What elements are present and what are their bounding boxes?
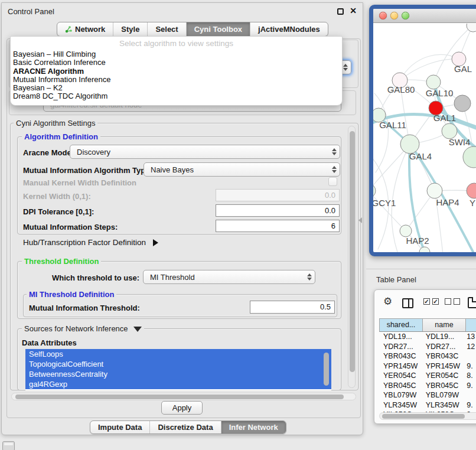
- network-node-label: GCY1: [373, 198, 396, 208]
- dpi-tolerance-value: 0.0: [325, 206, 335, 215]
- table-cell: YER054C: [379, 371, 422, 381]
- network-node[interactable]: [373, 184, 376, 198]
- expanded-arrow-icon: [133, 327, 142, 332]
- table-settings-gear-icon[interactable]: ⚙: [383, 296, 392, 306]
- clear-checks-icon[interactable]: [445, 298, 460, 305]
- which-threshold-combobox[interactable]: MI Threshold: [143, 270, 315, 284]
- table-cell: YPR145W: [379, 361, 422, 371]
- network-node[interactable]: [463, 146, 476, 168]
- network-node-label: GAL10: [426, 88, 454, 98]
- algorithm-definition-title: Algorithm Definition: [22, 132, 100, 141]
- minimized-panel-icon[interactable]: [2, 441, 15, 450]
- tab-cyni-toolbox[interactable]: Cyni Toolbox: [186, 22, 250, 36]
- mi-threshold-label: Mutual Information Threshold:: [29, 304, 140, 312]
- table-cell: YDL19...: [379, 332, 422, 342]
- tab-network[interactable]: Network: [57, 22, 113, 36]
- table-horizontal-scrollbar[interactable]: [379, 412, 476, 420]
- dpi-tolerance-field[interactable]: 0.0: [216, 204, 340, 217]
- settings-horizontal-scrollbar[interactable]: [11, 393, 356, 400]
- which-threshold-label: Which threshold to use:: [52, 273, 139, 282]
- network-node[interactable]: [467, 183, 476, 198]
- table-row[interactable]: YBL079WYBL079W: [379, 390, 476, 400]
- zoom-traffic-light-icon[interactable]: [402, 12, 409, 19]
- algorithm-option[interactable]: Dream8 DC_TDC Algorithm: [11, 92, 342, 100]
- column-header[interactable]: A: [465, 319, 476, 331]
- table-row[interactable]: YDL19...YDL19...13: [379, 332, 476, 342]
- table-row[interactable]: YLR345WYLR345W9.: [379, 400, 476, 410]
- manual-kernel-checkbox[interactable]: [328, 177, 337, 186]
- mi-steps-label: Mutual Information Steps:: [23, 223, 118, 231]
- tab-jactivemnodules[interactable]: jActiveMNodules: [250, 22, 328, 36]
- select-all-checks-icon[interactable]: ✓✓: [423, 298, 439, 305]
- algorithm-option[interactable]: Basic Correlation Inference: [11, 58, 342, 67]
- algorithm-option[interactable]: Mutual Information Inference: [11, 76, 342, 84]
- close-panel-icon[interactable]: ✕: [350, 6, 357, 15]
- kernel-width-field[interactable]: 0.0: [216, 189, 340, 201]
- table-cell: 9.: [464, 361, 476, 371]
- attribute-option[interactable]: SelfLoops: [25, 349, 331, 359]
- mi-type-value: Naive Bayes: [151, 165, 194, 174]
- sources-group-toggle[interactable]: Sources for Network Inference: [22, 324, 144, 333]
- attribute-option[interactable]: gal4RGexp: [25, 379, 331, 389]
- apply-button[interactable]: Apply: [161, 401, 203, 415]
- aracne-mode-combobox[interactable]: Discovery: [70, 145, 340, 159]
- kernel-width-label: Kernel Width (0,1):: [23, 192, 91, 201]
- hub-definition-toggle[interactable]: Hub/Transcription Factor Definition: [23, 238, 158, 247]
- bottom-tab-infer-network[interactable]: Infer Network: [221, 421, 286, 433]
- combo-arrows-icon: [332, 163, 337, 176]
- close-traffic-light-icon[interactable]: [379, 12, 387, 19]
- table-row[interactable]: YBR043CYBR043C: [379, 351, 476, 361]
- network-view-window[interactable]: GALGAL80GAL10GAL1GAL11SWI4GAL4GCY1HAP4YH…: [369, 5, 476, 256]
- table-cell: YBR045C: [422, 381, 465, 391]
- column-header[interactable]: name: [422, 319, 465, 331]
- attribute-option[interactable]: BetweennessCentrality: [25, 369, 331, 379]
- bottom-tab-discretize-data[interactable]: Discretize Data: [149, 421, 220, 433]
- attribute-option[interactable]: TopologicalCoefficient: [25, 359, 331, 369]
- network-node[interactable]: [426, 75, 441, 89]
- control-panel-titlebar[interactable]: Control Panel ✕: [2, 3, 363, 19]
- settings-vscroll-thumb[interactable]: [350, 131, 355, 372]
- network-node[interactable]: [400, 225, 412, 237]
- float-window-icon[interactable]: [337, 8, 344, 15]
- table-cell: YLR345W: [422, 400, 465, 410]
- network-icon: [65, 25, 72, 33]
- network-node[interactable]: [467, 24, 476, 32]
- split-columns-icon[interactable]: [402, 298, 413, 308]
- network-node-label: GAL: [454, 64, 472, 74]
- control-panel-title: Control Panel: [8, 7, 54, 16]
- new-document-icon[interactable]: [468, 297, 476, 308]
- tab-label: Network: [75, 25, 105, 34]
- algorithm-option[interactable]: ARACNE Algorithm: [11, 67, 342, 76]
- table-cell: YPR145W: [422, 361, 465, 371]
- tab-style[interactable]: Style: [113, 22, 147, 36]
- network-node[interactable]: [454, 95, 471, 112]
- tab-select[interactable]: Select: [147, 22, 185, 36]
- attribute-list-scroll-thumb[interactable]: [324, 353, 329, 386]
- bottom-tab-impute-data[interactable]: Impute Data: [90, 421, 149, 433]
- mi-steps-field[interactable]: 6: [216, 220, 340, 232]
- network-window-titlebar[interactable]: [373, 9, 476, 23]
- mi-threshold-field[interactable]: 0.5: [250, 301, 335, 314]
- table-row[interactable]: YBR045CYBR045C9.: [379, 381, 476, 391]
- algorithm-option[interactable]: Bayesian – Hill Climbing: [11, 50, 342, 58]
- network-node-label: HAP4: [436, 197, 459, 207]
- minimize-traffic-light-icon[interactable]: [390, 12, 398, 19]
- mi-threshold-group-title: MI Threshold Definition: [27, 290, 116, 299]
- network-node[interactable]: [427, 183, 442, 198]
- panel-splitter-arrow-icon[interactable]: [358, 217, 362, 223]
- table-body: YDL19...YDL19...13YDR27...YDR27...12YBR0…: [379, 332, 476, 420]
- table-hscroll-thumb[interactable]: [382, 414, 465, 419]
- network-canvas[interactable]: GALGAL80GAL10GAL1GAL11SWI4GAL4GCY1HAP4YH…: [373, 24, 476, 253]
- table-row[interactable]: YER054CYER054C8.: [379, 371, 476, 381]
- network-node-label: HAP2: [406, 236, 429, 246]
- table-cell: YBR045C: [379, 381, 422, 391]
- algorithm-option[interactable]: Bayesian – K2: [11, 84, 342, 92]
- column-header[interactable]: shared...: [380, 319, 422, 331]
- table-cell: YBR043C: [422, 351, 465, 361]
- table-row[interactable]: YPR145WYPR145W9.: [379, 361, 476, 371]
- mi-type-combobox[interactable]: Naive Bayes: [144, 162, 340, 177]
- settings-hscroll-thumb[interactable]: [15, 394, 344, 399]
- table-row[interactable]: YDR27...YDR27...12: [379, 342, 476, 352]
- settings-vertical-scrollbar[interactable]: [348, 126, 356, 388]
- table-cell: 12: [464, 342, 476, 352]
